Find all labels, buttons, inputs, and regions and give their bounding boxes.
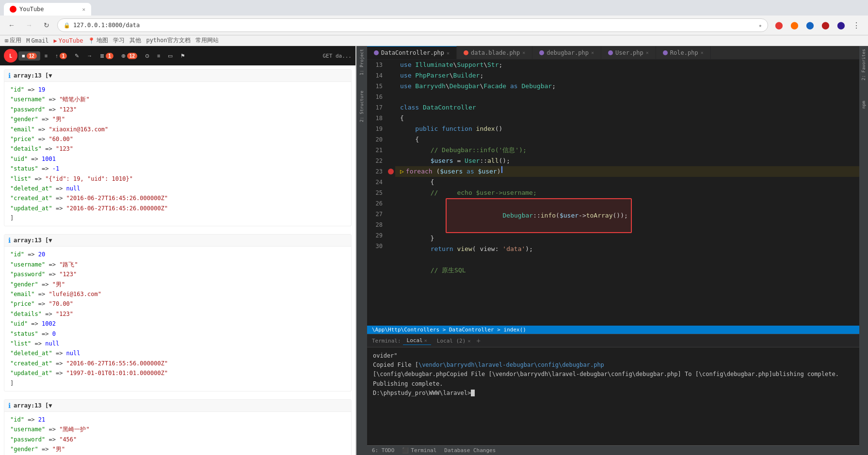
json-item-2-header[interactable]: ℹ array:13 [▼: [4, 235, 351, 247]
right-panel: 1: Project 2: Structure DataController.p…: [356, 46, 868, 455]
db-changes-item[interactable]: Database Changes: [444, 447, 496, 454]
json-item-2-label: array:13 [▼: [14, 237, 52, 244]
debugbar-list-btn[interactable]: ≡: [41, 51, 51, 60]
tab-role-label: Role.php: [670, 49, 698, 56]
tab-debugbar[interactable]: debugbar.php ✕: [532, 46, 601, 59]
terminal-line-4: Publishing complete.: [373, 379, 853, 389]
debugbar-arrow-btn[interactable]: →: [83, 51, 96, 60]
arrow-icon: →: [87, 53, 92, 59]
browser-tab-bar: YouTube ✕: [0, 0, 868, 16]
active-tab[interactable]: YouTube ✕: [4, 3, 91, 16]
project-panel-icon[interactable]: 1: Project: [359, 49, 364, 75]
code-line-17: class DataController: [395, 102, 859, 113]
reload-button[interactable]: ↻: [40, 18, 53, 32]
tab-user-close[interactable]: ✕: [646, 50, 649, 55]
info-icon-2: ℹ: [8, 236, 11, 244]
tab-role[interactable]: Role.php ✕: [656, 46, 711, 59]
debugbar-messages-btn[interactable]: ■ 12: [18, 51, 40, 61]
tab-datacontroller[interactable]: DataController.php ✕: [367, 46, 457, 59]
bookmark-python[interactable]: python官方文档: [146, 36, 190, 45]
code-line-28: return view( view: 'data');: [395, 244, 859, 254]
terminal-tab-local[interactable]: Local ✕: [403, 336, 431, 345]
tab-role-close[interactable]: ✕: [701, 50, 704, 55]
tab-user[interactable]: User.php ✕: [601, 46, 656, 59]
code-line-21: // Debugbar::info('信息');: [395, 145, 859, 156]
code-content[interactable]: use Illuminate\Support\Str; use PhpParse…: [395, 60, 859, 326]
debugbar-plus-btn[interactable]: ⊕ 12: [118, 51, 141, 61]
debugbar-edit-btn[interactable]: ✎: [71, 51, 82, 61]
php-icon: [374, 50, 379, 55]
debugbar-method: GET da...: [322, 53, 352, 59]
terminal-local2-close[interactable]: ✕: [467, 338, 470, 344]
structure-panel-icon[interactable]: 2: Structure: [359, 91, 364, 122]
browser-icon-4[interactable]: ⬤: [819, 18, 832, 32]
json-item-3-content: "id" => 21 "username" => "黑崎一护" "passwor…: [4, 412, 351, 455]
json-item-3-label: array:13 [▼: [14, 402, 52, 409]
favorites-icon[interactable]: 2: Favorites: [861, 49, 866, 80]
gutter: [386, 60, 395, 326]
address-bar[interactable]: 🔒 127.0.0.1:8000/data ★: [57, 18, 768, 32]
tab-close-button[interactable]: ✕: [82, 6, 85, 13]
json-item-1-header[interactable]: ℹ array:13 [▼: [4, 70, 351, 82]
code-line-16: [395, 92, 859, 102]
code-line-14: use PhpParser\Builder;: [395, 70, 859, 81]
terminal-local-close[interactable]: ✕: [424, 338, 427, 343]
right-content: DataController.php ✕ data.blade.php ✕ de…: [367, 46, 859, 455]
ide-breadcrumb-bar: \App\Http\Controllers > DataController >…: [367, 326, 859, 334]
bookmark-apps[interactable]: ⊞ 应用: [5, 36, 21, 45]
debugbar-circle-btn[interactable]: ⊙: [142, 51, 153, 61]
debugbar-flag-btn[interactable]: ⚑: [177, 51, 189, 61]
todo-item[interactable]: 6: TODO: [372, 447, 394, 454]
json-item-2: ℹ array:13 [▼ "id" => 20 "username" => "…: [4, 234, 352, 391]
code-line-24: {: [395, 177, 859, 188]
bookmark-study[interactable]: 学习: [113, 36, 125, 45]
forward-button[interactable]: →: [22, 18, 36, 32]
json-item-3-header[interactable]: ℹ array:13 [▼: [4, 400, 351, 412]
debugbar-menu-btn[interactable]: ≡: [154, 51, 163, 60]
tab-datacontroller-close[interactable]: ✕: [447, 50, 450, 56]
bookmark-websites[interactable]: 常用网站: [195, 36, 219, 45]
role-tab-icon: [663, 50, 668, 55]
browser-icon-3[interactable]: ⬤: [803, 18, 817, 32]
json-content[interactable]: ℹ array:13 [▼ "id" => 19 "username" => "…: [0, 65, 355, 455]
rect-icon: ▭: [168, 53, 173, 59]
tab-debugbar-close[interactable]: ✕: [591, 50, 594, 55]
debugbar-numbered-btn[interactable]: ≣ 1: [96, 51, 117, 61]
debugbar-rect-btn[interactable]: ▭: [164, 51, 176, 61]
browser-action-icons: ⬤ ⬤ ⬤ ⬤ ⬤ ⋮: [772, 18, 863, 32]
browser-chrome: YouTube ✕ ← → ↻ 🔒 127.0.0.1:8000/data ★ …: [0, 0, 868, 46]
code-line-25: // echo $user->username;: [395, 188, 859, 198]
extensions-button[interactable]: ⬤: [772, 18, 786, 32]
browser-icon-2[interactable]: ⬤: [788, 18, 801, 32]
bookmark-maps[interactable]: 📍 地图: [88, 36, 108, 45]
tab-databladeview[interactable]: data.blade.php ✕: [457, 46, 532, 59]
tab-favicon: [10, 6, 16, 13]
flag-icon: ⚑: [180, 53, 185, 59]
bookmark-gmail[interactable]: M Gmail: [26, 37, 48, 44]
tab-blade-close[interactable]: ✕: [522, 50, 525, 55]
numbered-badge: 1: [106, 53, 113, 59]
terminal-add-button[interactable]: +: [476, 337, 480, 345]
bookmark-other[interactable]: 其他: [129, 36, 141, 45]
terminal-icon: ⬛: [402, 447, 409, 454]
terminal-content[interactable]: ovider" Copied File [\vendor\barryvdh\la…: [367, 347, 859, 445]
browser-icon-5[interactable]: ⬤: [834, 18, 848, 32]
messages-icon: ■: [22, 53, 25, 59]
bookmarks-bar: ⊞ 应用 M Gmail ▶ YouTube 📍 地图 学习 其他 python…: [0, 35, 868, 46]
info-icon-3: ℹ: [8, 402, 11, 409]
code-line-18: {: [395, 113, 859, 124]
url-text: 127.0.0.1:8000/data: [73, 22, 755, 29]
terminal-item[interactable]: ⬛ Terminal: [402, 447, 436, 454]
code-line-15: use Barryvdh\Debugbar\Facade as Debugbar…: [395, 81, 859, 92]
menu-button[interactable]: ⋮: [850, 18, 863, 32]
terminal-panel: Terminal: Local ✕ Local (2) ✕ + ovider" …: [367, 334, 859, 445]
code-line-13: use Illuminate\Support\Str;: [395, 60, 859, 70]
bookmark-youtube[interactable]: ▶ YouTube: [54, 37, 83, 44]
tab-user-label: User.php: [615, 49, 643, 56]
terminal-tab-local2[interactable]: Local (2) ✕: [433, 337, 475, 345]
terminal-line-2: Copied File [\vendor\barryvdh\laravel-de…: [373, 361, 853, 370]
npm-icon[interactable]: npm: [861, 101, 866, 109]
code-line-23: ▷ foreach ($users as $user): [395, 166, 859, 177]
back-button[interactable]: ←: [5, 18, 18, 32]
debugbar-upload-btn[interactable]: ↑ 1: [52, 51, 70, 61]
